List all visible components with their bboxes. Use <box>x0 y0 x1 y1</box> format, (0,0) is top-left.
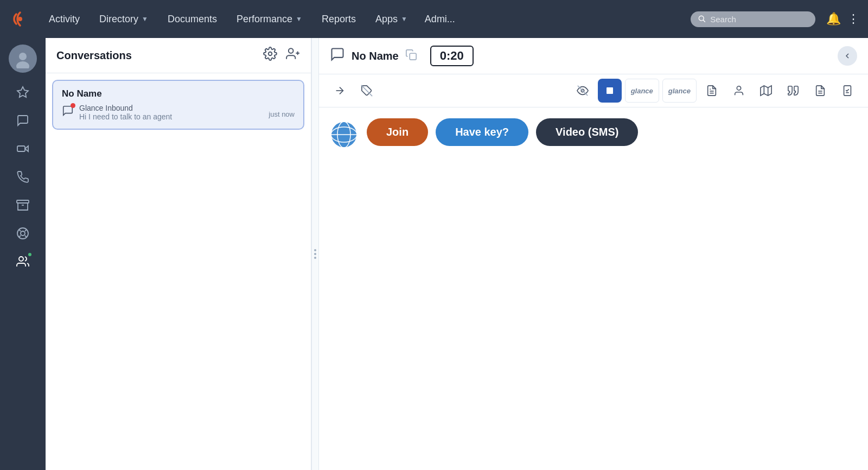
globe-icon <box>330 120 358 149</box>
conversation-name: No Name <box>62 88 295 99</box>
avatar[interactable] <box>9 45 37 73</box>
nav-documents[interactable]: Documents <box>159 9 226 29</box>
map-button[interactable] <box>754 79 778 103</box>
performance-chevron: ▼ <box>296 15 302 23</box>
conversation-item[interactable]: No Name Glance Inbound Hi I need to talk… <box>52 80 304 130</box>
have-key-button[interactable]: Have key? <box>436 118 528 146</box>
logo[interactable] <box>9 8 31 30</box>
chat-content: Join Have key? Video (SMS) <box>319 107 868 470</box>
nav-apps[interactable]: Apps ▼ <box>367 9 416 29</box>
glance-button-2[interactable]: glance <box>662 79 697 103</box>
glance-button-1[interactable]: glance <box>625 79 659 103</box>
team-badge <box>27 252 33 257</box>
chat-toolbar: glance glance <box>319 74 868 107</box>
svg-line-16 <box>25 236 27 237</box>
chat-timer: 0:20 <box>430 46 474 66</box>
conversations-list: No Name Glance Inbound Hi I need to talk… <box>46 73 311 470</box>
conversations-header: Conversations <box>46 38 311 73</box>
video-sms-button[interactable]: Video (SMS) <box>536 118 638 146</box>
conversations-panel: Conversations <box>46 38 311 470</box>
sidebar-item-chat[interactable] <box>10 107 36 134</box>
conv-source: Glance Inbound <box>79 104 172 112</box>
chat-title: No Name <box>352 50 399 62</box>
document-button[interactable] <box>700 79 724 103</box>
join-button[interactable]: Join <box>367 118 428 146</box>
collapse-button[interactable] <box>838 46 857 66</box>
sidebar-item-team[interactable] <box>10 249 36 275</box>
notes-button[interactable] <box>808 79 832 103</box>
checklist-button[interactable] <box>835 79 859 103</box>
divider-dots <box>314 249 316 259</box>
svg-point-32 <box>737 86 741 90</box>
conversations-title: Conversations <box>56 49 263 62</box>
top-navigation: Activity Directory ▼ Documents Performan… <box>0 0 868 38</box>
chat-title-icon <box>330 47 345 65</box>
unread-dot <box>71 103 75 108</box>
apps-chevron: ▼ <box>401 15 407 23</box>
svg-line-3 <box>703 20 705 22</box>
svg-rect-10 <box>17 200 29 203</box>
person-button[interactable] <box>727 79 751 103</box>
quote-button[interactable] <box>781 79 805 103</box>
search-input[interactable] <box>710 15 808 24</box>
svg-rect-29 <box>607 87 613 94</box>
chat-panel: No Name 0:20 <box>319 38 868 470</box>
svg-rect-23 <box>410 53 416 60</box>
svg-line-26 <box>361 85 372 96</box>
svg-line-14 <box>19 230 21 231</box>
directory-chevron: ▼ <box>142 15 148 23</box>
panel-resizer[interactable] <box>311 38 319 470</box>
svg-point-19 <box>269 52 272 56</box>
forward-button[interactable] <box>328 79 352 103</box>
svg-line-17 <box>19 236 21 237</box>
svg-line-15 <box>25 230 27 231</box>
eye-settings-button[interactable] <box>571 79 595 103</box>
svg-point-18 <box>19 257 23 261</box>
svg-marker-9 <box>25 146 28 151</box>
svg-point-5 <box>19 53 27 60</box>
svg-marker-7 <box>17 87 28 97</box>
sidebar-item-help[interactable] <box>10 220 36 246</box>
search-box[interactable] <box>691 11 815 27</box>
svg-marker-33 <box>761 86 771 96</box>
tag-off-button[interactable] <box>355 79 379 103</box>
sidebar-item-phone[interactable] <box>10 164 36 190</box>
chat-header: No Name 0:20 <box>319 38 868 74</box>
svg-rect-8 <box>17 146 25 151</box>
sidebar-item-video[interactable] <box>10 136 36 162</box>
conv-message: Hi I need to talk to an agent <box>79 112 172 121</box>
search-icon <box>698 15 706 23</box>
action-buttons: Join Have key? Video (SMS) <box>367 118 638 146</box>
svg-point-13 <box>21 231 25 236</box>
sidebar <box>0 38 46 470</box>
add-user-icon[interactable] <box>286 47 300 64</box>
nav-admin[interactable]: Admi... <box>418 9 462 29</box>
nav-activity[interactable]: Activity <box>40 9 88 29</box>
nav-performance[interactable]: Performance ▼ <box>228 9 311 29</box>
notifications-bell[interactable]: 🔔 <box>826 12 841 26</box>
sidebar-item-inbox[interactable] <box>10 192 36 218</box>
copy-icon[interactable] <box>405 49 417 63</box>
svg-point-1 <box>18 17 22 21</box>
svg-line-28 <box>577 86 587 96</box>
message-icon <box>62 105 74 119</box>
svg-point-20 <box>289 48 293 53</box>
conversations-header-icons <box>263 47 300 64</box>
main-layout: Conversations <box>0 38 868 470</box>
active-mode-button[interactable] <box>598 79 622 103</box>
sidebar-item-starred[interactable] <box>10 79 36 105</box>
nav-reports[interactable]: Reports <box>313 9 365 29</box>
more-options-icon[interactable]: ⋮ <box>847 12 859 26</box>
nav-directory[interactable]: Directory ▼ <box>91 9 157 29</box>
conv-time: just now <box>269 104 295 118</box>
settings-icon[interactable] <box>263 47 277 64</box>
